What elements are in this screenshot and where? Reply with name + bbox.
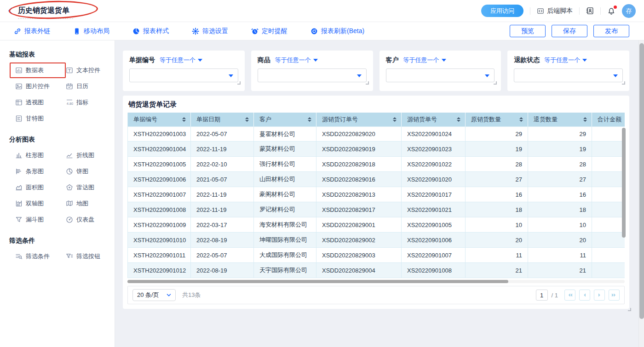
sort-icon[interactable] — [393, 117, 397, 122]
widget-resize-handle[interactable] — [366, 81, 369, 85]
page-number-input[interactable] — [536, 290, 548, 301]
back-button[interactable] — [6, 7, 14, 15]
text-widget-icon — [66, 67, 73, 74]
table-row[interactable]: XSTH202209010092022-03-17海安材料有限公司XSDD202… — [127, 217, 625, 233]
filter-operator-label: 等于任意一个 — [275, 56, 311, 64]
toolbar-item-alarm[interactable]: 定时提醒 — [251, 27, 288, 35]
sidebar-item-radar-chart[interactable]: 雷达图 — [66, 183, 114, 192]
table-row[interactable]: XSTH202209010052022-02-10强行材料公司XSDD20220… — [127, 157, 625, 172]
sidebar-item-calendar[interactable]: 日历 — [66, 82, 114, 91]
table-cell: 11 — [466, 248, 528, 263]
column-header[interactable]: 源销货订单号 — [316, 113, 402, 126]
table-row[interactable]: XSTH202209010082022-11-19罗记材料公司XSDD20220… — [127, 202, 625, 217]
page-size-select[interactable]: 20 条/页 — [132, 289, 176, 301]
sort-icon[interactable] — [245, 117, 249, 122]
page-vertical-scrollbar[interactable] — [638, 40, 644, 347]
filter-widget[interactable]: 退款状态等于任意一个 — [507, 51, 629, 91]
page-scrollbar-thumb[interactable] — [639, 43, 644, 319]
sort-icon[interactable] — [583, 117, 587, 122]
widget-resize-handle[interactable] — [237, 81, 241, 85]
data-table-widget[interactable]: 销货退货单记录 单据编号单据日期客户源销货订单号源销货单号原销货数量退货数量合计… — [123, 96, 629, 309]
table-horizontal-scrollbar[interactable] — [127, 280, 625, 283]
column-header[interactable]: 单据编号 — [127, 113, 191, 126]
filter-value-select[interactable] — [514, 68, 623, 82]
filter-value-select[interactable] — [129, 68, 238, 82]
sidebar-item-data-table[interactable]: 数据表 — [15, 66, 63, 74]
widget-resize-handle[interactable] — [628, 308, 631, 311]
column-header-label: 单据编号 — [133, 115, 157, 124]
sidebar-item-bar-chart[interactable]: 条形图 — [15, 167, 63, 176]
avatar[interactable]: 存 — [622, 4, 636, 18]
toolbar-item-pie-style[interactable]: 报表样式 — [132, 27, 169, 35]
column-header-label: 合计金额 — [598, 115, 621, 124]
sidebar-item-column-chart[interactable]: 柱形图 — [15, 151, 63, 159]
column-header[interactable]: 源销货单号 — [402, 113, 466, 126]
sidebar-item-pivot-table[interactable]: 透视图 — [15, 98, 63, 107]
toolbar-item-label: 报表样式 — [143, 27, 169, 35]
filter-widget[interactable]: 单据编号等于任意一个 — [123, 51, 245, 91]
toolbar-item-link[interactable]: 报表外链 — [14, 27, 50, 35]
prev-page-button[interactable] — [579, 290, 590, 301]
sidebar-item-metric[interactable]: 4.80指标 — [66, 98, 114, 107]
column-header[interactable]: 单据日期 — [191, 113, 254, 126]
sidebar-item-gauge[interactable]: 仪表盘 — [66, 216, 114, 224]
sort-icon[interactable] — [308, 117, 311, 122]
filter-operator-dropdown[interactable]: 等于任意一个 — [275, 56, 318, 64]
sidebar-item-gantt[interactable]: 甘特图 — [15, 114, 63, 123]
sidebar-item-area-chart[interactable]: 面积图 — [15, 183, 63, 192]
filter-value-select[interactable] — [258, 68, 367, 82]
sidebar-item-filter-button[interactable]: 筛选按钮 — [66, 252, 114, 261]
filter-value-select[interactable] — [386, 68, 495, 82]
members-button[interactable] — [586, 7, 594, 15]
sidebar-item-filter-condition[interactable]: 筛选条件 — [15, 252, 63, 261]
table-row[interactable]: XSTH202209010042022-11-19蒙莫材料公司XSDD20220… — [127, 142, 625, 157]
table-row[interactable]: XSTH202209010032022-05-07蔓霍材料公司XSDD20220… — [127, 126, 625, 142]
sidebar-item-line-chart[interactable]: 折线图 — [66, 151, 114, 159]
table-row[interactable]: XSTH202209010062021-05-07山田材料公司XSDD20220… — [127, 172, 625, 187]
horizontal-scrollbar-thumb[interactable] — [127, 280, 508, 283]
sidebar-item-pie-chart[interactable]: 饼图 — [66, 167, 114, 176]
column-header[interactable]: 合计金额 — [592, 113, 625, 126]
notifications-button[interactable] — [607, 7, 615, 15]
sidebar-section-title: 筛选条件 — [9, 237, 115, 245]
toolbar-item-refresh[interactable]: 报表刷新(Beta) — [310, 27, 364, 35]
first-page-button[interactable] — [564, 290, 575, 301]
next-page-button[interactable] — [594, 290, 605, 301]
sidebar-item-dual-axis[interactable]: 双轴图 — [15, 199, 63, 208]
pivot-table-icon — [15, 99, 23, 106]
table-row[interactable]: XSTH202209010122022-08-19天宇国际有限公司XSDD202… — [127, 263, 625, 278]
sort-icon[interactable] — [457, 117, 460, 122]
filter-label: 退款状态 — [514, 56, 540, 64]
toolbar-item-gear[interactable]: 筛选设置 — [192, 27, 228, 35]
sidebar-item-funnel-chart[interactable]: 漏斗图 — [15, 216, 63, 224]
filter-widget[interactable]: 商品等于任意一个 — [251, 51, 373, 91]
metric-icon: 4.80 — [66, 99, 73, 106]
column-header[interactable]: 退货数量 — [528, 113, 592, 126]
table-row[interactable]: XSTH202209010072022-11-19豪阁材料公司XSDD20220… — [127, 187, 625, 202]
toolbar-item-mobile[interactable]: 移动布局 — [73, 27, 109, 35]
widget-resize-handle[interactable] — [622, 81, 625, 85]
app-access-button[interactable]: 应用访问 — [481, 5, 523, 17]
preview-button[interactable]: 预览 — [510, 25, 546, 37]
save-button[interactable]: 保存 — [552, 25, 587, 37]
table-cell: XS20220901005 — [402, 217, 466, 233]
sidebar-item-map[interactable]: 地图 — [66, 199, 114, 208]
last-page-button[interactable] — [609, 290, 620, 301]
sidebar-item-image-widget[interactable]: 图片控件 — [15, 82, 63, 91]
filter-operator-label: 等于任意一个 — [544, 56, 580, 64]
backend-script-button[interactable]: 后端脚本 — [537, 7, 573, 15]
filter-operator-dropdown[interactable]: 等于任意一个 — [403, 56, 446, 64]
filter-operator-dropdown[interactable]: 等于任意一个 — [544, 56, 587, 64]
sort-icon[interactable] — [182, 117, 186, 122]
sort-icon[interactable] — [519, 117, 523, 122]
filter-widget[interactable]: 客户等于任意一个 — [380, 51, 501, 91]
filter-operator-dropdown[interactable]: 等于任意一个 — [160, 56, 202, 64]
table-vertical-scrollbar[interactable] — [622, 128, 626, 238]
widget-resize-handle[interactable] — [494, 81, 497, 85]
column-header[interactable]: 客户 — [254, 113, 316, 126]
sidebar-item-text-widget[interactable]: 文本控件 — [66, 66, 114, 74]
column-header[interactable]: 原销货数量 — [466, 113, 528, 126]
publish-button[interactable]: 发布 — [593, 25, 629, 37]
table-row[interactable]: XSTH202209010102022-08-19坤曜国际有限公司XSDD202… — [127, 233, 625, 248]
table-row[interactable]: XSTH202209010112022-05-07大成国际有限公司XSDD202… — [127, 248, 625, 263]
